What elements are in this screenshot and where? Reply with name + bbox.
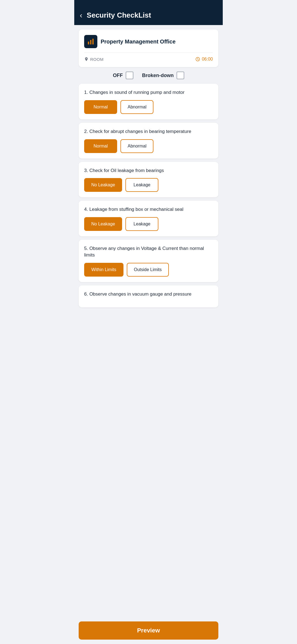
options-row-1: NormalAbnormal: [84, 100, 213, 114]
divider: [84, 53, 213, 53]
checklist-card-5: 5. Observe any changes in Voltage & Curr…: [79, 240, 218, 282]
svg-rect-2: [92, 39, 94, 45]
bar-chart-icon: [87, 38, 95, 45]
broken-checkbox-item: Broken-down: [142, 72, 184, 79]
option-btn-3-1[interactable]: Leakage: [125, 178, 158, 192]
option-btn-5-1[interactable]: Outside Limits: [127, 263, 169, 277]
svg-rect-1: [90, 40, 92, 44]
question-2: 2. Check for abrupt changes in bearing t…: [84, 128, 213, 135]
svg-rect-0: [88, 42, 89, 45]
time-value: 06:00: [202, 57, 213, 62]
location-pin-icon: [84, 57, 89, 61]
option-btn-1-0[interactable]: Normal: [84, 100, 117, 114]
broken-checkbox[interactable]: [177, 72, 184, 79]
question-4: 4. Leakage from stuffing box or mechanic…: [84, 206, 213, 213]
location-header: Property Management Office: [84, 35, 213, 48]
checklist-card-6: 6. Observe changes in vacuum gauge and p…: [79, 285, 218, 307]
content-area: Property Management Office ROOM 06:00 OF…: [74, 25, 223, 338]
question-3: 3. Check for Oil leakage from bearings: [84, 167, 213, 174]
location-meta: ROOM 06:00: [84, 57, 213, 62]
question-6: 6. Observe changes in vacuum gauge and p…: [84, 291, 213, 298]
question-5: 5. Observe any changes in Voltage & Curr…: [84, 245, 213, 258]
options-row-3: No LeakageLeakage: [84, 178, 213, 192]
checklist-card-2: 2. Check for abrupt changes in bearing t…: [79, 123, 218, 159]
question-1: 1. Changes in sound of running pump and …: [84, 89, 213, 96]
preview-button[interactable]: Preview: [79, 621, 218, 640]
preview-button-container: Preview: [74, 617, 223, 644]
location-name: Property Management Office: [101, 39, 175, 45]
checklist-card-4: 4. Leakage from stuffing box or mechanic…: [79, 201, 218, 236]
room-label: ROOM: [84, 57, 104, 62]
checklist-card-3: 3. Check for Oil leakage from bearingsNo…: [79, 162, 218, 198]
checklist-container: 1. Changes in sound of running pump and …: [79, 84, 218, 307]
options-row-4: No LeakageLeakage: [84, 217, 213, 231]
option-btn-2-1[interactable]: Abnormal: [120, 139, 153, 153]
time-label: 06:00: [195, 57, 213, 62]
checklist-card-1: 1. Changes in sound of running pump and …: [79, 84, 218, 119]
option-btn-1-1[interactable]: Abnormal: [120, 100, 153, 114]
status-checkboxes-row: OFF Broken-down: [79, 72, 218, 79]
clock-icon: [195, 57, 200, 62]
option-btn-4-1[interactable]: Leakage: [125, 217, 158, 231]
options-row-2: NormalAbnormal: [84, 139, 213, 153]
broken-label: Broken-down: [142, 73, 174, 78]
location-icon: [84, 35, 97, 48]
page-title: Security CheckList: [87, 11, 151, 20]
options-row-5: Within LimitsOutside Limits: [84, 263, 213, 277]
location-card: Property Management Office ROOM 06:00: [79, 29, 218, 67]
off-checkbox-item: OFF: [113, 72, 133, 79]
option-btn-5-0[interactable]: Within Limits: [84, 263, 123, 277]
header: ‹ Security CheckList: [74, 0, 223, 25]
off-checkbox[interactable]: [126, 72, 133, 79]
back-button[interactable]: ‹: [80, 12, 82, 19]
option-btn-3-0[interactable]: No Leakage: [84, 178, 122, 192]
option-btn-2-0[interactable]: Normal: [84, 139, 117, 153]
off-label: OFF: [113, 73, 123, 78]
option-btn-4-0[interactable]: No Leakage: [84, 217, 122, 231]
room-text: ROOM: [90, 57, 104, 62]
